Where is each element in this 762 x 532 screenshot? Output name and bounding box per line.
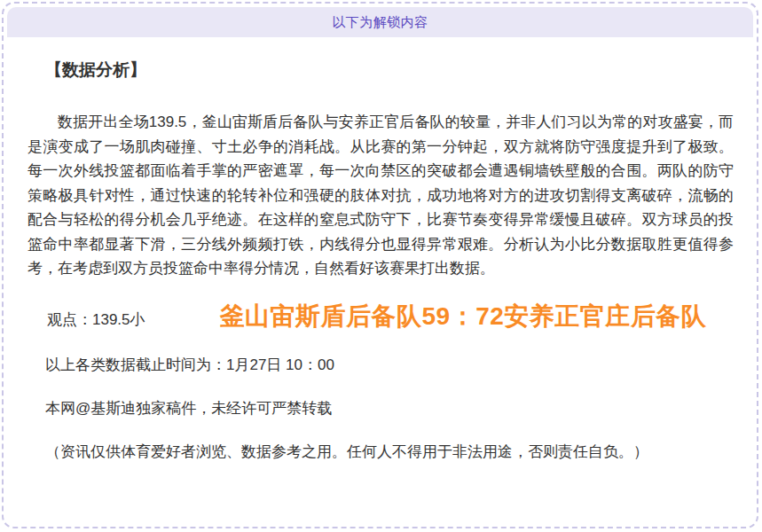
score-highlight: 釜山宙斯盾后备队59：72安养正官庄后备队 — [220, 300, 707, 333]
deadline-line: 以上各类数据截止时间为：1月27日 10：00 — [45, 353, 734, 377]
analysis-paragraph: 数据开出全场139.5，釜山宙斯盾后备队与安养正官后备队的较量，并非人们习以为常… — [27, 110, 734, 281]
article-content: 【数据分析】 数据开出全场139.5，釜山宙斯盾后备队与安养正官后备队的较量，并… — [4, 37, 757, 464]
unlock-banner-label: 以下为解锁内容 — [332, 14, 428, 31]
page: 以下为解锁内容 【数据分析】 数据开出全场139.5，釜山宙斯盾后备队与安养正官… — [0, 0, 762, 532]
disclaimer-line: （资讯仅供体育爱好者浏览、数据参考之用。任何人不得用于非法用途，否则责任自负。） — [45, 440, 734, 464]
viewpoint-label: 观点：139.5小 — [47, 308, 145, 332]
unlock-content-panel: 以下为解锁内容 【数据分析】 数据开出全场139.5，釜山宙斯盾后备队与安养正官… — [2, 2, 758, 528]
section-heading: 【数据分析】 — [45, 60, 734, 80]
unlock-banner: 以下为解锁内容 — [7, 7, 753, 37]
copyright-line: 本网@基斯迪独家稿件，未经许可严禁转载 — [45, 396, 734, 420]
viewpoint-row: 观点：139.5小 釜山宙斯盾后备队59：72安养正官庄后备队 — [47, 300, 734, 333]
